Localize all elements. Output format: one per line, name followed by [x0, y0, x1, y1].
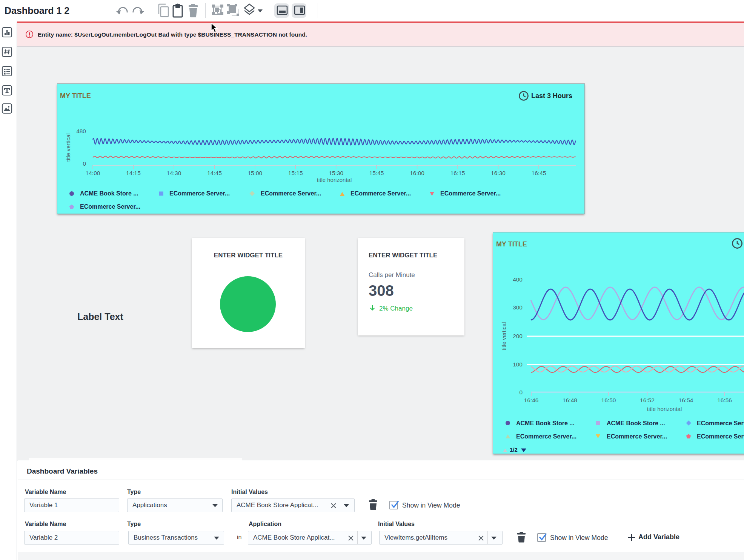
svg-text:15:30: 15:30	[329, 170, 343, 176]
svg-text:title vertical: title vertical	[65, 133, 71, 162]
svg-text:14:15: 14:15	[126, 170, 141, 176]
svg-text:title vertical: title vertical	[501, 322, 507, 350]
svg-text:0: 0	[519, 389, 523, 395]
svg-text:300: 300	[513, 304, 523, 311]
svg-text:14:45: 14:45	[207, 170, 222, 176]
svg-text:0: 0	[83, 160, 86, 167]
svg-text:title horizontal: title horizontal	[647, 406, 682, 412]
svg-text:15:15: 15:15	[288, 170, 303, 176]
svg-text:100: 100	[513, 361, 523, 368]
svg-text:400: 400	[513, 276, 523, 283]
svg-text:14:30: 14:30	[167, 170, 181, 176]
svg-text:15:00: 15:00	[247, 170, 262, 176]
svg-text:16:56: 16:56	[717, 397, 732, 403]
svg-text:16:30: 16:30	[491, 170, 506, 176]
svg-text:16:50: 16:50	[601, 397, 616, 403]
svg-text:16:48: 16:48	[563, 397, 577, 403]
svg-text:16:45: 16:45	[532, 170, 546, 176]
svg-text:title horizontal: title horizontal	[317, 177, 352, 183]
svg-text:16:54: 16:54	[679, 397, 693, 403]
svg-text:15:45: 15:45	[369, 170, 384, 176]
svg-text:200: 200	[513, 333, 523, 339]
svg-text:16:15: 16:15	[450, 170, 465, 176]
svg-text:480: 480	[76, 128, 86, 134]
svg-text:16:00: 16:00	[410, 170, 424, 176]
svg-text:16:52: 16:52	[640, 397, 655, 403]
svg-text:16:46: 16:46	[524, 397, 539, 403]
svg-text:14:00: 14:00	[86, 170, 100, 176]
